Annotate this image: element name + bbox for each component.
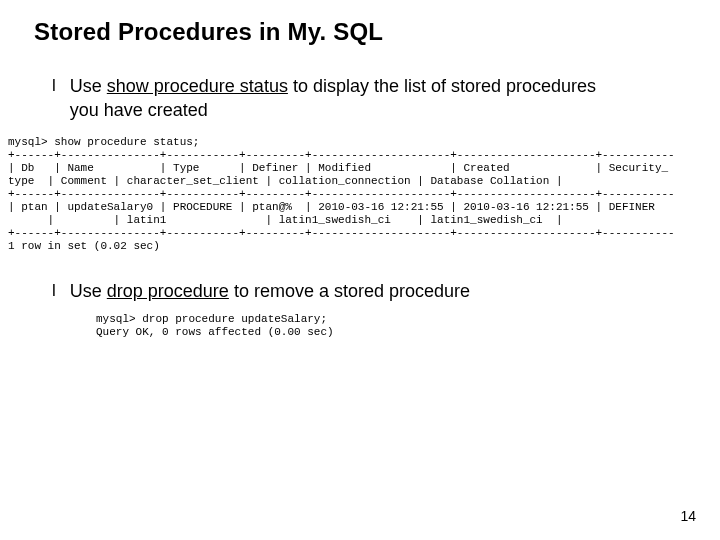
bullet-text: Use show procedure status to display the… [70, 74, 630, 122]
page-title: Stored Procedures in My. SQL [34, 18, 692, 46]
bullet-emph: drop procedure [107, 281, 229, 301]
code-output-drop: mysql> drop procedure updateSalary; Quer… [96, 313, 692, 339]
bullet-mark-icon: l [52, 75, 56, 97]
bullet-emph: show procedure status [107, 76, 288, 96]
bullet-rest: to remove a stored procedure [229, 281, 470, 301]
code-output-status: mysql> show procedure status; +------+--… [8, 136, 692, 253]
page-number: 14 [680, 508, 696, 524]
bullet-text: Use drop procedure to remove a stored pr… [70, 279, 470, 303]
bullet-mark-icon: l [52, 280, 56, 302]
bullet-item: l Use drop procedure to remove a stored … [52, 279, 692, 303]
bullet-item: l Use show procedure status to display t… [52, 74, 692, 122]
bullet-prefix: Use [70, 281, 107, 301]
slide: Stored Procedures in My. SQL l Use show … [0, 0, 720, 540]
bullet-prefix: Use [70, 76, 107, 96]
